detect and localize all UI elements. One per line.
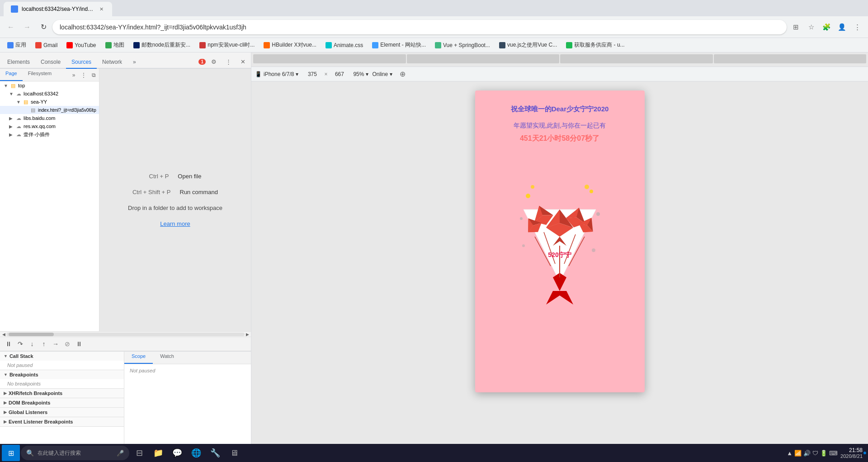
bookmark-element[interactable]: Element - 网站快... [368, 39, 429, 51]
keyboard-tray-icon[interactable]: ⌨ [829, 450, 838, 457]
event-header[interactable]: ▶ Event Listener Breakpoints [0, 417, 124, 426]
scope-tab[interactable]: Scope [124, 352, 153, 364]
bookmark-youtube[interactable]: YouTube [63, 40, 99, 50]
bookmark-maps[interactable]: 地图 [102, 39, 128, 51]
taskbar-app-file[interactable]: 📁 [149, 445, 167, 461]
reload-button[interactable]: ↻ [36, 20, 51, 34]
bookmark-get-service[interactable]: 获取服务供应商 - u... [562, 39, 628, 51]
taskbar-app-chrome[interactable]: 🌐 [187, 445, 205, 461]
taskbar-search[interactable]: 🔍 在此键入进行搜索 🎤 [21, 446, 129, 460]
bookmark-gmail[interactable]: Gmail [32, 40, 61, 50]
horizontal-scrollbar[interactable]: ◀ ▶ [0, 331, 251, 337]
scrollbar-thumb[interactable] [9, 333, 54, 336]
preview-area: 📱 iPhone 6/7/8 ▾ × 95% ▾ Online ▾ ⊕ [251, 52, 868, 444]
tab-console[interactable]: Console [35, 56, 66, 69]
tab-more[interactable]: » [127, 56, 142, 69]
device-selector[interactable]: 📱 iPhone 6/7/8 ▾ [255, 71, 298, 77]
height-input[interactable] [329, 71, 349, 77]
step-over-button[interactable]: ↷ [15, 339, 25, 349]
svg-point-31 [522, 244, 525, 247]
tree-item-index[interactable]: ▤ index.html?_ijt=rdl3jia5v06ltp [0, 106, 99, 114]
scrollbar-track[interactable] [6, 333, 245, 336]
step-out-button[interactable]: ↑ [39, 339, 49, 349]
tree-item-top[interactable]: ▼ ▤ top [0, 81, 99, 90]
sensor-icon[interactable]: ⊕ [396, 68, 409, 81]
online-label: Online [372, 71, 388, 77]
width-input[interactable] [302, 71, 322, 77]
tree-arrow-baidu: ▶ [9, 116, 14, 121]
dom-header[interactable]: ▶ DOM Breakpoints [0, 398, 124, 407]
scroll-left-arrow[interactable]: ◀ [1, 332, 6, 337]
bookmark-icon[interactable]: ☆ [804, 20, 818, 34]
bookmark-vuejs[interactable]: vue.js之使用Vue C... [495, 39, 561, 51]
tray-clock[interactable]: 21:58 2020/8/21 [840, 447, 863, 459]
close-devtools-icon[interactable]: ✕ [236, 55, 249, 68]
step-into-button[interactable]: ↓ [27, 339, 37, 349]
tab-sources[interactable]: Sources [66, 56, 97, 69]
step-button[interactable]: → [51, 339, 61, 349]
scroll-right-arrow[interactable]: ▶ [245, 332, 250, 337]
notification-dot[interactable] [863, 452, 866, 454]
xhr-header[interactable]: ▶ XHR/fetch Breakpoints [0, 389, 124, 398]
sources-sidebar-menu-icon[interactable]: ⋮ [79, 71, 88, 80]
tab-network[interactable]: Network [97, 56, 127, 69]
breakpoints-header[interactable]: ▼ Breakpoints [0, 370, 124, 379]
wifi-tray-icon[interactable]: 📶 [794, 450, 802, 457]
sources-page-tab[interactable]: Page [0, 69, 23, 81]
sources-split-icon[interactable]: ⧉ [89, 71, 98, 80]
translate-icon[interactable]: ⊞ [788, 20, 803, 34]
tree-item-baidu[interactable]: ▶ ☁ libs.baidu.com [0, 114, 99, 122]
scope-tabs: Scope Watch [124, 352, 251, 364]
bookmark-apps[interactable]: 应用 [4, 39, 30, 51]
online-dropdown-icon: ▾ [390, 71, 392, 77]
network-tray-icon[interactable]: ▲ [787, 450, 793, 457]
call-stack-header[interactable]: ▼ Call Stack [0, 352, 124, 361]
sources-more-tabs-icon[interactable]: » [69, 71, 78, 80]
bookmark-vue-spring[interactable]: Vue + SpringBoot... [431, 40, 494, 50]
bookmark-hbuilder[interactable]: HBuilder X对vue... [260, 39, 320, 51]
taskbar-app-idea[interactable]: 🔧 [206, 445, 224, 461]
pause-button[interactable]: ⏸ [4, 339, 14, 349]
toolbar-icons: ⊞ ☆ 🧩 👤 ⋮ [788, 20, 864, 34]
tree-item-sea-yy[interactable]: ▼ ▤ sea-YY [0, 98, 99, 106]
zoom-selector[interactable]: 95% ▾ [353, 71, 368, 77]
extensions-icon[interactable]: 🧩 [819, 20, 834, 34]
more-options-icon[interactable]: ⋮ [222, 55, 235, 68]
profile-icon[interactable]: 👤 [835, 20, 849, 34]
sources-filesystem-tab[interactable]: Filesystem [23, 69, 57, 81]
svg-point-26 [590, 190, 593, 193]
settings-icon[interactable]: ⚙ [208, 55, 220, 68]
watch-tab[interactable]: Watch [153, 352, 181, 364]
bookmark-npm[interactable]: npm安装vue-cli时... [196, 39, 258, 51]
tab-elements[interactable]: Elements [2, 56, 35, 69]
tree-item-yiban[interactable]: ▶ ☁ 壹伴·小插件 [0, 130, 99, 139]
learn-more-link[interactable]: Learn more [160, 220, 190, 227]
taskbar-app-terminal[interactable]: 🖥 [225, 445, 243, 461]
tree-item-localhost[interactable]: ▼ ☁ localhost:63342 [0, 90, 99, 98]
antivirus-tray-icon[interactable]: 🛡 [812, 450, 818, 457]
back-button[interactable]: ← [4, 20, 18, 34]
bookmark-ps[interactable]: 邮数node后重新安... [130, 39, 194, 51]
preview-toolbar: 📱 iPhone 6/7/8 ▾ × 95% ▾ Online ▾ ⊕ [251, 67, 868, 81]
tree-label-baidu: libs.baidu.com [24, 115, 55, 121]
event-section: ▶ Event Listener Breakpoints [0, 417, 124, 427]
browser-tab[interactable]: localhost:63342/sea-YY/index.html?_ijt=r… [4, 2, 112, 16]
menu-icon[interactable]: ⋮ [850, 20, 864, 34]
device-dropdown-icon: ▾ [296, 71, 298, 77]
pause-exceptions-button[interactable]: ⏸ [74, 339, 84, 349]
tree-item-weixin[interactable]: ▶ ☁ res.wx.qq.com [0, 122, 99, 130]
online-selector[interactable]: Online ▾ [372, 71, 392, 77]
taskbar-app-taskview[interactable]: ⊟ [130, 445, 148, 461]
forward-button[interactable]: → [20, 20, 34, 34]
battery-tray-icon[interactable]: 🔋 [820, 450, 827, 457]
address-input[interactable] [52, 20, 787, 34]
deactivate-button[interactable]: ⊘ [62, 339, 72, 349]
taskbar-app-wechat[interactable]: 💬 [168, 445, 186, 461]
volume-tray-icon[interactable]: 🔊 [803, 450, 811, 457]
cloud-localhost-icon: ☁ [15, 90, 22, 97]
global-header[interactable]: ▶ Global Listeners [0, 408, 124, 417]
tab-close-button[interactable]: ✕ [98, 5, 105, 13]
error-badge: 1 [198, 59, 206, 65]
bookmark-animate[interactable]: Animate.css [322, 40, 367, 50]
start-button[interactable]: ⊞ [2, 445, 20, 461]
